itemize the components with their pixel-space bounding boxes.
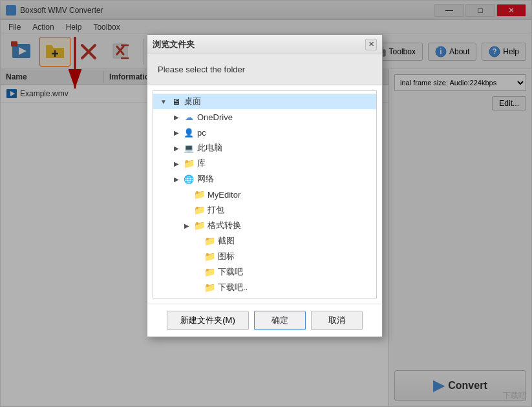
cancel-button[interactable]: 取消: [311, 311, 363, 330]
desktop-icon: 🖥: [170, 96, 182, 107]
tree-chevron-onedrive: ▶: [171, 112, 182, 122]
tree-item-myeditor[interactable]: 📁 MyEditor: [153, 187, 376, 202]
library-icon: 📁: [183, 158, 195, 169]
tree-item-xiazai1[interactable]: 📁 下载吧: [153, 264, 376, 280]
tree-item-network[interactable]: ▶ 🌐 网络: [153, 171, 376, 187]
tree-item-thispc[interactable]: ▶ 💻 此电脑: [153, 140, 376, 156]
browse-folder-dialog: 浏览文件夹 ✕ Please select the folder ▼ 🖥 桌面 …: [147, 34, 383, 337]
tree-chevron-geshi: ▶: [182, 220, 192, 231]
modal-overlay: 浏览文件夹 ✕ Please select the folder ▼ 🖥 桌面 …: [1, 1, 531, 406]
dialog-prompt: Please select the folder: [147, 54, 382, 85]
tree-chevron-desktop: ▼: [158, 96, 169, 107]
folder-xiazai2-icon: 📁: [204, 282, 215, 293]
tree-chevron-xiazai1: [192, 267, 202, 277]
tubiao-label: 图标: [218, 251, 235, 262]
computer-icon: 💻: [183, 142, 195, 154]
tree-item-xiazai2[interactable]: 📁 下载吧..: [153, 280, 376, 295]
tree-item-pc[interactable]: ▶ 👤 pc: [153, 125, 376, 140]
myeditor-label: MyEditor: [207, 190, 240, 200]
tree-chevron-jietu: [192, 236, 202, 246]
main-window: Boxsoft WMV Converter — □ ✕ File Action …: [0, 0, 532, 407]
dialog-close-button[interactable]: ✕: [365, 39, 377, 50]
tree-chevron-pc: ▶: [171, 127, 182, 138]
dialog-title-bar: 浏览文件夹 ✕: [147, 35, 382, 54]
jietu-label: 截图: [218, 235, 235, 247]
folder-tree[interactable]: ▼ 🖥 桌面 ▶ ☁ OneDrive ▶ 👤 pc: [153, 90, 377, 298]
tree-item-desktop[interactable]: ▼ 🖥 桌面: [153, 94, 376, 109]
folder-myeditor-icon: 📁: [193, 189, 205, 200]
onedrive-label: OneDrive: [197, 112, 233, 122]
xiazai2-label: 下载吧..: [218, 282, 248, 293]
new-folder-button[interactable]: 新建文件夹(M): [167, 311, 249, 330]
xiazai1-label: 下载吧: [218, 266, 243, 278]
folder-dabao-icon: 📁: [193, 204, 205, 216]
tree-chevron-xiazai2: [192, 282, 202, 293]
thispc-label: 此电脑: [197, 142, 222, 154]
cloud-icon: ☁: [183, 111, 195, 123]
folder-jietu-icon: 📁: [204, 235, 215, 247]
tree-chevron-tubiao: [192, 251, 202, 262]
folder-xiazai1-icon: 📁: [204, 266, 215, 278]
library-label: 库: [197, 158, 206, 169]
tree-chevron-network: ▶: [171, 174, 182, 184]
tree-chevron-myeditor: [182, 189, 192, 200]
tree-item-jietu[interactable]: 📁 截图: [153, 233, 376, 249]
geshi-label: 格式转换: [207, 220, 241, 231]
folder-tubiao-icon: 📁: [204, 251, 215, 262]
dialog-title: 浏览文件夹: [153, 39, 195, 50]
tree-item-tubiao[interactable]: 📁 图标: [153, 249, 376, 264]
tree-item-library[interactable]: ▶ 📁 库: [153, 156, 376, 171]
network-label: 网络: [197, 173, 214, 185]
tree-item-onedrive[interactable]: ▶ ☁ OneDrive: [153, 109, 376, 125]
confirm-button[interactable]: 确定: [254, 311, 306, 330]
dabao-label: 打包: [207, 204, 224, 216]
tree-chevron-thispc: ▶: [171, 143, 182, 153]
folder-geshi-icon: 📁: [193, 220, 205, 231]
desktop-label: 桌面: [184, 96, 201, 107]
tree-item-dabao[interactable]: 📁 打包: [153, 202, 376, 218]
pc-label: pc: [197, 128, 206, 138]
tree-chevron-library: ▶: [171, 158, 182, 169]
person-icon: 👤: [183, 127, 195, 138]
network-icon: 🌐: [183, 173, 195, 185]
tree-chevron-dabao: [182, 205, 192, 215]
dialog-footer: 新建文件夹(M) 确定 取消: [147, 304, 382, 337]
tree-item-geshi[interactable]: ▶ 📁 格式转换: [153, 218, 376, 233]
